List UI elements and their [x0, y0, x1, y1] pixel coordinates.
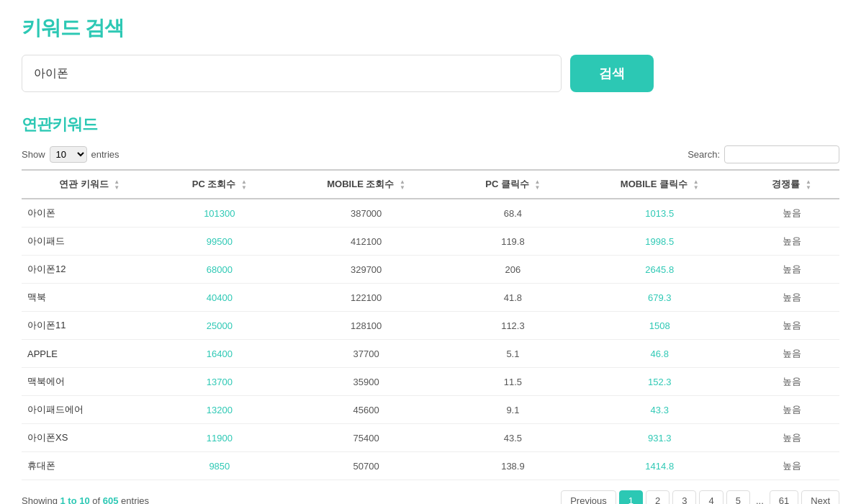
sort-icon-keyword: ▲▼ — [114, 179, 120, 191]
table-row: 맥북에어137003590011.5152.3높음 — [22, 368, 839, 396]
page-title: 키워드 검색 — [22, 14, 839, 42]
section-title: 연관키워드 — [22, 114, 839, 135]
page-4[interactable]: 4 — [699, 490, 723, 504]
cell-pc_views: 13200 — [157, 396, 281, 424]
cell-competition: 높음 — [744, 396, 839, 424]
cell-competition: 높음 — [744, 199, 839, 228]
cell-pc_clicks: 41.8 — [451, 284, 575, 312]
table-row: 아이폰10130038700068.41013.5높음 — [22, 199, 839, 228]
cell-mobile_views: 387000 — [281, 199, 450, 228]
col-pc-views[interactable]: PC 조회수 ▲▼ — [157, 170, 281, 199]
entries-select[interactable]: 10 25 50 100 — [50, 146, 87, 163]
table-row: APPLE16400377005.146.8높음 — [22, 340, 839, 368]
page-2[interactable]: 2 — [646, 490, 670, 504]
cell-keyword: 아이폰XS — [22, 424, 157, 452]
next-button[interactable]: Next — [801, 490, 839, 504]
cell-mobile_clicks: 1414.8 — [575, 452, 744, 480]
cell-mobile_clicks: 46.8 — [575, 340, 744, 368]
sort-icon-mobile-views: ▲▼ — [400, 179, 405, 191]
ellipsis: ... — [753, 491, 767, 504]
cell-mobile_views: 50700 — [281, 452, 450, 480]
cell-mobile_views: 329700 — [281, 256, 450, 284]
cell-pc_clicks: 9.1 — [451, 396, 575, 424]
cell-competition: 높음 — [744, 256, 839, 284]
sort-icon-pc-views: ▲▼ — [241, 179, 247, 191]
cell-pc_views: 13700 — [157, 368, 281, 396]
cell-keyword: 맥북에어 — [22, 368, 157, 396]
cell-pc_views: 68000 — [157, 256, 281, 284]
search-bar: 검색 — [22, 55, 839, 92]
search-label: Search: — [688, 149, 720, 160]
table-row: 아이패드99500412100119.81998.5높음 — [22, 228, 839, 256]
table-footer: Showing 1 to 10 of 605 entries Previous … — [22, 490, 839, 504]
cell-mobile_clicks: 1508 — [575, 312, 744, 340]
cell-keyword: 아이패드 — [22, 228, 157, 256]
cell-pc_views: 40400 — [157, 284, 281, 312]
cell-mobile_clicks: 152.3 — [575, 368, 744, 396]
table-row: 맥북4040012210041.8679.3높음 — [22, 284, 839, 312]
col-pc-clicks[interactable]: PC 클릭수 ▲▼ — [451, 170, 575, 199]
cell-mobile_views: 128100 — [281, 312, 450, 340]
cell-mobile_clicks: 1998.5 — [575, 228, 744, 256]
cell-keyword: 휴대폰 — [22, 452, 157, 480]
cell-pc_views: 25000 — [157, 312, 281, 340]
cell-mobile_views: 122100 — [281, 284, 450, 312]
page-5[interactable]: 5 — [726, 490, 750, 504]
cell-keyword: 아이폰11 — [22, 312, 157, 340]
table-row: 아이폰XS119007540043.5931.3높음 — [22, 424, 839, 452]
col-keyword[interactable]: 연관 키워드 ▲▼ — [22, 170, 157, 199]
search-input[interactable] — [22, 55, 562, 92]
cell-pc_views: 99500 — [157, 228, 281, 256]
show-entries-control: Show 10 25 50 100 entries — [22, 146, 120, 163]
page-3[interactable]: 3 — [672, 490, 696, 504]
col-competition[interactable]: 경쟁률 ▲▼ — [744, 170, 839, 199]
total-entries: 605 — [103, 495, 119, 504]
table-search-input[interactable] — [724, 145, 839, 163]
pagination: Previous 1 2 3 4 5 ... 61 Next — [561, 490, 839, 504]
table-controls: Show 10 25 50 100 entries Search: — [22, 145, 839, 163]
cell-pc_clicks: 5.1 — [451, 340, 575, 368]
cell-mobile_views: 37700 — [281, 340, 450, 368]
cell-mobile_views: 75400 — [281, 424, 450, 452]
col-mobile-clicks[interactable]: MOBILE 클릭수 ▲▼ — [575, 170, 744, 199]
table-search-control: Search: — [688, 145, 839, 163]
search-button[interactable]: 검색 — [570, 55, 654, 92]
table-row: 아이폰12680003297002062645.8높음 — [22, 256, 839, 284]
cell-keyword: 아이패드에어 — [22, 396, 157, 424]
cell-mobile_clicks: 931.3 — [575, 424, 744, 452]
showing-text: Showing 1 to 10 of 605 entries — [22, 495, 149, 504]
previous-button[interactable]: Previous — [561, 490, 616, 504]
cell-competition: 높음 — [744, 340, 839, 368]
table-row: 아이패드에어13200456009.143.3높음 — [22, 396, 839, 424]
cell-keyword: 아이폰 — [22, 199, 157, 228]
cell-pc_views: 9850 — [157, 452, 281, 480]
page-last[interactable]: 61 — [770, 490, 798, 504]
showing-range: 1 to 10 — [60, 495, 89, 504]
col-mobile-views[interactable]: MOBILE 조회수 ▲▼ — [281, 170, 450, 199]
table-header-row: 연관 키워드 ▲▼ PC 조회수 ▲▼ MOBILE 조회수 ▲▼ PC 클릭수… — [22, 170, 839, 199]
sort-icon-mobile-clicks: ▲▼ — [693, 179, 699, 191]
cell-mobile_clicks: 2645.8 — [575, 256, 744, 284]
table-row: 아이폰1125000128100112.31508높음 — [22, 312, 839, 340]
cell-mobile_clicks: 1013.5 — [575, 199, 744, 228]
entries-label: entries — [91, 149, 120, 160]
sort-icon-competition: ▲▼ — [806, 179, 811, 191]
cell-mobile_views: 45600 — [281, 396, 450, 424]
cell-mobile_views: 35900 — [281, 368, 450, 396]
cell-pc_clicks: 68.4 — [451, 199, 575, 228]
cell-pc_views: 11900 — [157, 424, 281, 452]
cell-competition: 높음 — [744, 452, 839, 480]
table-row: 휴대폰985050700138.91414.8높음 — [22, 452, 839, 480]
cell-pc_views: 16400 — [157, 340, 281, 368]
cell-keyword: 아이폰12 — [22, 256, 157, 284]
cell-pc_views: 101300 — [157, 199, 281, 228]
page-1[interactable]: 1 — [619, 490, 643, 504]
cell-mobile_clicks: 679.3 — [575, 284, 744, 312]
data-table: 연관 키워드 ▲▼ PC 조회수 ▲▼ MOBILE 조회수 ▲▼ PC 클릭수… — [22, 169, 839, 480]
cell-mobile_clicks: 43.3 — [575, 396, 744, 424]
cell-pc_clicks: 119.8 — [451, 228, 575, 256]
cell-competition: 높음 — [744, 368, 839, 396]
cell-pc_clicks: 206 — [451, 256, 575, 284]
cell-pc_clicks: 43.5 — [451, 424, 575, 452]
cell-keyword: 맥북 — [22, 284, 157, 312]
